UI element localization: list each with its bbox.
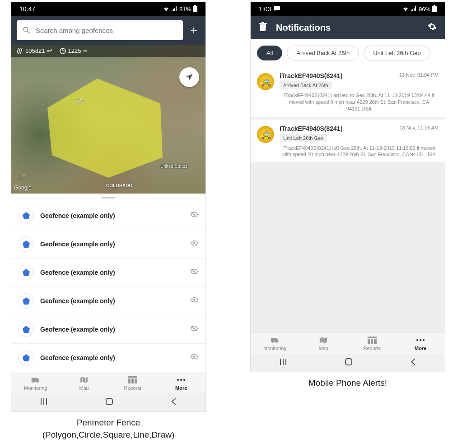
back-button[interactable] [410,358,416,368]
battery-text: 96% [419,6,430,13]
location-arrow-icon [185,73,194,82]
map-view[interactable]: 105821 mi² 1225 mi WY UT COLORADO United… [11,45,205,194]
system-nav [11,393,205,411]
recents-button[interactable] [279,358,287,368]
page-title: Notifications [276,23,419,33]
nav-monitoring[interactable]: Monitoring [11,372,60,393]
chip-left[interactable]: Unit Left 26th Geo [364,46,430,60]
geofence-label: Geofence (example only) [40,240,184,248]
notif-time: 13 Nov, 11:16 AM [399,125,439,130]
back-button[interactable] [171,397,177,407]
geofence-item[interactable]: Geofence (example only) [11,344,205,372]
svg-rect-11 [106,398,112,405]
van-icon [270,336,280,344]
svg-marker-3 [47,79,163,178]
notification-item[interactable]: iTrackEF4940S(8241) 13 Nov, 01:04 PM Arr… [251,67,445,117]
polygon-icon [19,265,34,280]
more-icon [416,336,425,344]
svg-rect-14 [368,337,377,338]
search-box[interactable] [17,20,183,40]
visibility-off-icon[interactable] [190,239,198,249]
geofence-label: Geofence (example only) [40,326,184,333]
wifi-icon [163,6,169,13]
geofence-item[interactable]: Geofence (example only) [11,287,205,315]
visibility-off-icon[interactable] [190,353,198,363]
search-input[interactable] [36,27,177,34]
bottom-nav: Monitoring Map Reports More [251,332,445,354]
visibility-off-icon[interactable] [190,211,198,221]
svg-point-10 [183,379,185,381]
svg-point-18 [416,339,418,341]
more-icon [177,376,186,384]
battery-icon [432,5,437,13]
nav-monitoring[interactable]: Monitoring [251,333,299,354]
svg-rect-13 [432,6,437,12]
locate-me-button[interactable] [179,67,199,87]
event-badge: Arrived Back At 26th [280,81,332,89]
device-name: iTrackEF4940S(8241) [280,125,342,132]
geofence-item[interactable]: Geofence (example only) [11,259,205,287]
visibility-off-icon[interactable] [190,324,198,334]
polygon-icon [19,293,34,309]
chip-all[interactable]: All [257,46,282,60]
geofence-item[interactable]: Geofence (example only) [11,202,205,230]
filter-chips: All Arrived Back At 26th Unit Left 26th … [251,39,445,67]
home-button[interactable] [345,358,353,368]
car-icon [257,73,274,90]
notifications-header: Notifications [251,16,445,39]
status-bar: 1:03 96% [251,2,445,16]
svg-rect-7 [135,379,137,383]
status-time: 10:47 [19,5,35,13]
geofence-label: Geofence (example only) [40,212,184,219]
chip-arrived[interactable]: Arrived Back At 26th [287,46,359,60]
settings-button[interactable] [428,22,437,33]
geofence-polygon[interactable] [43,76,169,180]
search-header: + [11,16,205,45]
nav-more[interactable]: More [157,372,206,393]
svg-rect-21 [345,359,352,365]
event-badge: Unit Left 26th Geo [280,134,327,142]
svg-point-8 [177,379,179,381]
geofence-list: Geofence (example only) Geofence (exampl… [11,202,205,372]
table-icon [128,376,137,384]
van-icon [31,376,41,384]
battery-text: 81% [179,6,191,13]
phone-geofences: 10:47 81% + [11,2,205,411]
geofence-item[interactable]: Geofence (example only) [11,230,205,259]
geofence-label: Geofence (example only) [40,269,184,276]
polygon-icon [19,350,34,365]
svg-rect-6 [131,379,134,383]
area-stat: 105821 mi² [17,47,52,54]
add-geofence-button[interactable]: + [187,23,200,37]
drag-handle[interactable] [11,194,205,202]
polygon-icon [19,236,34,252]
caption-phone2: Mobile Phone Alerts! [308,377,387,389]
phone-notifications: 1:03 96% Notifications All Arrived Back … [251,2,445,372]
map-icon [319,336,328,344]
car-icon [257,126,274,143]
notif-description: iTrackEF4940S(8241) arrived to Geo 26th.… [280,92,439,112]
visibility-off-icon[interactable] [190,268,198,277]
notification-item[interactable]: iTrackEF4940S(8241) 13 Nov, 11:16 AM Uni… [251,120,445,163]
battery-icon [193,5,197,13]
recents-button[interactable] [40,397,48,407]
polygon-icon [19,208,34,223]
geofence-item[interactable]: Geofence (example only) [11,315,205,344]
svg-rect-16 [371,339,373,344]
nav-reports[interactable]: Reports [348,333,397,354]
home-button[interactable] [105,397,113,407]
system-nav [251,354,445,372]
nav-map[interactable]: Map [299,333,348,354]
visibility-off-icon[interactable] [190,296,198,306]
map-label-ut: UT [19,175,25,180]
nav-more[interactable]: More [397,333,445,354]
wifi-icon [402,6,409,13]
nav-map[interactable]: Map [60,372,109,393]
svg-rect-17 [374,339,377,344]
google-attribution: Google [14,185,32,191]
svg-rect-12 [434,5,435,6]
delete-button[interactable] [259,22,267,33]
map-label-wy: WY [77,99,84,104]
polygon-icon [19,322,34,337]
nav-reports[interactable]: Reports [108,372,157,393]
